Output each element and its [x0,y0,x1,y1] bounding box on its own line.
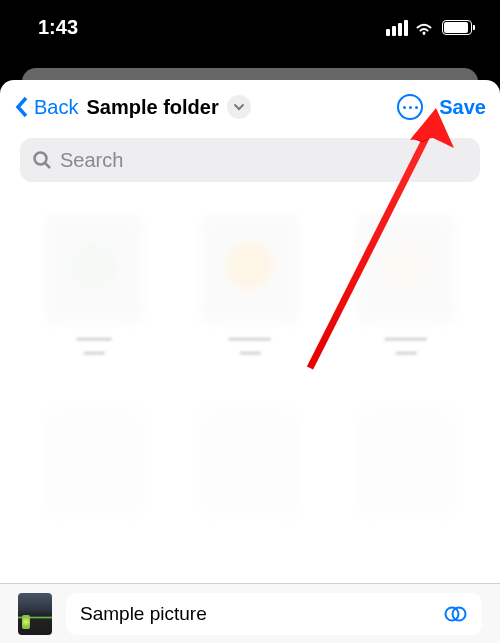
search-input[interactable]: Search [20,138,480,182]
svg-point-0 [423,31,426,34]
folder-item[interactable]: ━━━━━━━━ [28,214,160,374]
tags-icon[interactable] [444,606,468,622]
save-sheet: Back Sample folder Save Search ━━━━━ [0,80,500,643]
chevron-left-icon [14,96,30,118]
wifi-icon [414,20,434,36]
file-name-input[interactable]: Sample picture [66,593,482,635]
status-indicators [386,20,472,36]
more-options-button[interactable] [397,94,423,120]
search-container: Search [0,134,500,194]
nav-bar: Back Sample folder Save [0,80,500,134]
file-bar: Sample picture [0,583,500,643]
folder-item[interactable]: ━━━━━━━━━ [184,214,316,374]
folder-title-button[interactable]: Sample folder [86,95,250,119]
chevron-down-icon [227,95,251,119]
search-placeholder: Search [60,149,123,172]
svg-point-1 [35,153,47,165]
folder-item[interactable]: ━━━━━━━━━ [340,214,472,374]
folder-item[interactable] [340,408,472,568]
save-button[interactable]: Save [439,96,486,119]
status-time: 1:43 [38,16,78,39]
folder-title: Sample folder [86,96,218,119]
search-icon [32,150,52,170]
battery-icon [442,20,472,35]
back-label: Back [34,96,78,119]
file-thumbnail[interactable] [18,593,52,635]
folder-grid: ━━━━━━━━ ━━━━━━━━━ ━━━━━━━━━ [0,194,500,583]
status-bar: 1:43 [0,0,500,55]
back-button[interactable]: Back [14,96,78,119]
svg-line-2 [45,163,50,168]
file-name-text: Sample picture [80,603,207,625]
cellular-signal-icon [386,20,408,36]
folder-item[interactable] [28,408,160,568]
folder-item[interactable] [184,408,316,568]
